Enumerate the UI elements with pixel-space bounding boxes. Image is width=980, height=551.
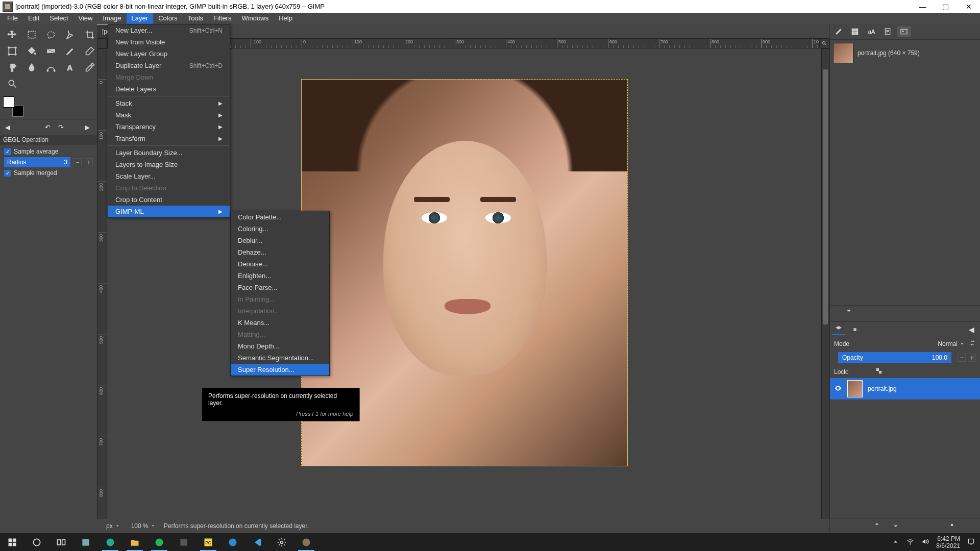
layers-menu-button[interactable]: ◀ [965, 324, 978, 335]
tool-options-tab[interactable] [15, 121, 27, 133]
unit-select[interactable]: px [103, 521, 123, 531]
merge-layer-button[interactable] [929, 521, 937, 530]
close-button[interactable]: ✕ [957, 0, 980, 13]
opacity-increment[interactable]: + [968, 354, 976, 362]
menu-layer[interactable]: Layer [127, 13, 154, 24]
move-tool[interactable] [3, 27, 21, 42]
raise-layer-button[interactable] [873, 521, 880, 530]
refresh-image-button[interactable] [957, 309, 965, 318]
pencil-tool[interactable] [61, 43, 80, 59]
clone-tool[interactable] [3, 60, 21, 75]
layer-visibility-icon[interactable] [834, 384, 842, 394]
restore-tool-preset[interactable] [20, 521, 29, 531]
sample-merged-checkbox[interactable]: ✓ [4, 170, 11, 177]
submenu-item[interactable]: Semantic Segmentation... [231, 352, 329, 364]
lock-pixels-button[interactable] [853, 367, 860, 376]
undo-history-tab[interactable]: ↶ [42, 121, 53, 133]
menu-item[interactable]: Delete Layers [108, 83, 230, 95]
duplicate-layer-button[interactable] [911, 521, 918, 530]
submenu-item[interactable]: Coloring... [231, 223, 329, 235]
mask-layer-button[interactable] [948, 521, 955, 530]
zoom-tool[interactable] [3, 76, 21, 91]
menu-select[interactable]: Select [44, 13, 73, 24]
color-picker-tool[interactable] [81, 60, 99, 75]
lock-alpha-button[interactable] [875, 367, 883, 376]
vertical-scrollbar[interactable] [821, 48, 829, 523]
menu-item[interactable]: Duplicate LayerShift+Ctrl+D [108, 60, 230, 71]
tool-options-tab-left[interactable]: ◀ [2, 121, 13, 133]
submenu-item[interactable]: Color Palette... [231, 211, 329, 223]
sample-average-checkbox[interactable]: ✓ [4, 148, 11, 155]
taskbar-clock[interactable]: 6:42 PM 8/6/2021 [936, 535, 960, 549]
mode-select[interactable]: Normal [938, 340, 965, 347]
document-history-tab[interactable] [881, 26, 894, 37]
taskbar-app-edge2[interactable] [220, 533, 245, 551]
delete-layer-button[interactable] [967, 521, 974, 530]
volume-icon[interactable] [921, 538, 929, 547]
minimize-button[interactable]: — [911, 0, 934, 13]
image-list-item[interactable]: portrait.jpg (640 × 759) [833, 43, 977, 63]
menu-item[interactable]: Scale Layer... [108, 170, 230, 182]
delete-tool-preset[interactable] [36, 521, 44, 531]
taskbar-app-4[interactable] [172, 533, 196, 551]
scrollbar-thumb[interactable] [823, 69, 828, 324]
menu-colors[interactable]: Colors [153, 13, 183, 24]
maximize-button[interactable]: ▢ [934, 0, 957, 13]
taskbar-app-explorer[interactable] [122, 533, 147, 551]
fg-color-swatch[interactable] [3, 96, 14, 108]
opacity-slider[interactable]: Opacity 100.0 [838, 352, 951, 363]
menu-item[interactable]: Stack▶ [108, 97, 230, 109]
taskbar-app-spotify[interactable] [147, 533, 172, 551]
images-tab[interactable] [897, 26, 911, 37]
text-tool[interactable]: A [61, 60, 80, 75]
gradient-tool[interactable] [42, 43, 60, 59]
mode-switch-button[interactable] [969, 339, 976, 348]
taskbar-app-vscode[interactable] [245, 533, 270, 551]
fg-bg-colors[interactable] [3, 96, 23, 117]
submenu-item[interactable]: K Means... [231, 317, 329, 329]
paths-tab[interactable] [865, 324, 878, 335]
menu-item[interactable]: New Layer Group [108, 48, 230, 60]
lock-position-button[interactable] [864, 367, 871, 376]
cortana-button[interactable] [24, 533, 49, 551]
images-tab[interactable] [68, 121, 80, 133]
menu-item[interactable]: Transparency▶ [108, 121, 230, 133]
submenu-item[interactable]: Enlighten... [231, 270, 329, 282]
menu-edit[interactable]: Edit [23, 13, 44, 24]
print-image-button[interactable] [920, 309, 928, 318]
lower-layer-button[interactable] [892, 521, 899, 530]
notifications-button[interactable] [967, 538, 975, 547]
submenu-item[interactable]: Super Resolution... [231, 364, 329, 375]
vertical-ruler[interactable]: 0100200300400500600700800 [97, 48, 107, 523]
menu-item[interactable]: GIMP-ML▶ [108, 206, 230, 217]
taskbar-app-gimp[interactable] [294, 533, 318, 551]
menu-item[interactable]: New from Visible [108, 36, 230, 48]
new-layer-group-button[interactable] [854, 521, 862, 530]
eraser-tool[interactable] [81, 43, 99, 59]
zoom-select[interactable]: 100 % [128, 521, 159, 531]
menu-item[interactable]: Crop to Content [108, 194, 230, 206]
layers-tab[interactable] [832, 324, 845, 335]
redo-tab[interactable]: ↷ [55, 121, 66, 133]
taskbar-app-settings[interactable] [270, 533, 294, 551]
free-select-tool[interactable] [42, 27, 60, 42]
rect-select-tool[interactable] [22, 27, 41, 42]
brushes-tab[interactable] [832, 26, 845, 37]
ruler-origin[interactable] [97, 38, 107, 48]
menu-view[interactable]: View [74, 13, 98, 24]
menu-item[interactable]: Layer Boundary Size... [108, 147, 230, 159]
new-layer-button[interactable] [836, 521, 843, 530]
zoom-fit-button[interactable] [819, 38, 829, 48]
crop-tool[interactable] [81, 27, 99, 42]
transform-tool[interactable] [3, 43, 21, 59]
layer-row[interactable]: portrait.jpg [830, 378, 980, 399]
submenu-item[interactable]: Deblur... [231, 235, 329, 246]
menu-filters[interactable]: Filters [208, 13, 236, 24]
fonts-tab[interactable]: aA [865, 26, 878, 37]
path-tool[interactable] [42, 60, 60, 75]
remove-image-button[interactable] [882, 309, 890, 318]
menu-item[interactable]: New Layer...Shift+Ctrl+N [108, 24, 230, 36]
menu-item[interactable]: Layers to Image Size [108, 159, 230, 170]
taskbar-app-pycharm[interactable]: PC [196, 533, 220, 551]
bucket-fill-tool[interactable] [22, 43, 41, 59]
